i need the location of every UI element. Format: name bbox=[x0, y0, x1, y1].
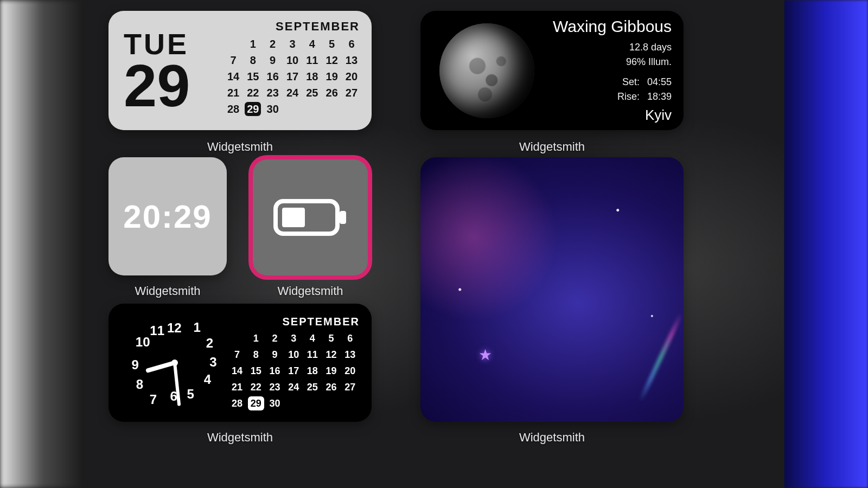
calendar-day-cell: 21 bbox=[229, 380, 245, 394]
calendar-day-cell: 17 bbox=[285, 364, 302, 378]
moon-rise-row: Rise: 18:39 bbox=[541, 89, 672, 104]
moon-city: Kyiv bbox=[541, 107, 672, 124]
widget-calendar-light[interactable]: TUE 29 SEPTEMBER 12345678910111213141516… bbox=[108, 11, 372, 130]
widget-label: Widgetsmith bbox=[108, 140, 372, 154]
widget-battery-selected-frame[interactable] bbox=[248, 155, 372, 280]
calendar-day-cell: 2 bbox=[266, 331, 283, 345]
calendar-day-cell: 4 bbox=[304, 331, 321, 345]
calendar-day-cell: 14 bbox=[229, 364, 245, 378]
calendar-day-cell: 28 bbox=[225, 102, 241, 116]
calendar-day-cell: 8 bbox=[245, 53, 261, 67]
calendar-day-cell: 5 bbox=[323, 331, 340, 345]
widget-time[interactable]: 20:29 bbox=[108, 157, 227, 275]
calendar-day-cell: 11 bbox=[304, 53, 320, 67]
widget-label: Widgetsmith bbox=[108, 431, 372, 445]
calendar-day-cell: 23 bbox=[266, 380, 283, 394]
calendar-day-cell: 26 bbox=[323, 380, 340, 394]
calendar-day-cell: 27 bbox=[343, 86, 360, 100]
calendar-day-cell: 16 bbox=[266, 364, 283, 378]
svg-rect-2 bbox=[282, 208, 305, 227]
calendar-day-cell: 3 bbox=[284, 37, 301, 51]
calendar-day-cell: 6 bbox=[342, 331, 358, 345]
calendar-day-cell: 7 bbox=[225, 53, 241, 67]
clock-hour-hand bbox=[145, 361, 175, 373]
calendar-day-cell: 26 bbox=[324, 86, 340, 100]
widget-label: Widgetsmith bbox=[108, 284, 227, 298]
calendar-day-cell: 13 bbox=[342, 348, 358, 362]
clock-numeral: 6 bbox=[170, 389, 177, 404]
calendar-day-cell: 30 bbox=[266, 396, 283, 410]
calendar-grid: 1234567891011121314151617181920212223242… bbox=[223, 37, 360, 116]
calendar-day-cell: 25 bbox=[304, 380, 321, 394]
calendar-day-cell: 23 bbox=[265, 86, 281, 100]
home-screen-stage: TUE 29 SEPTEMBER 12345678910111213141516… bbox=[84, 0, 784, 488]
clock-numeral: 4 bbox=[204, 372, 211, 387]
calendar-day-cell: 17 bbox=[284, 69, 301, 84]
calendar-day-cell: 21 bbox=[225, 86, 241, 100]
calendar-day-cell: 18 bbox=[304, 69, 320, 84]
calendar-day-cell: 19 bbox=[324, 69, 340, 84]
calendar-day-cell: 10 bbox=[284, 53, 301, 67]
clock-numeral: 10 bbox=[136, 335, 150, 350]
calendar-day-cell: 8 bbox=[248, 348, 264, 362]
clock-pivot bbox=[171, 359, 178, 366]
calendar-day-cell: 14 bbox=[225, 69, 241, 84]
moon-illum: 96% Illum. bbox=[541, 55, 672, 69]
moon-age: 12.8 days bbox=[541, 40, 672, 55]
calendar-grid-dark: 1234567891011121314151617181920212223242… bbox=[229, 331, 360, 410]
calendar-day-cell: 10 bbox=[285, 348, 302, 362]
calendar-day-cell: 15 bbox=[248, 364, 264, 378]
calendar-day-block: TUE 29 bbox=[124, 20, 223, 121]
calendar-day-cell: 1 bbox=[245, 37, 261, 51]
calendar-day-cell: 29 bbox=[245, 102, 261, 116]
moon-set-row: Set: 04:55 bbox=[541, 75, 672, 89]
calendar-day-cell: 12 bbox=[324, 53, 340, 67]
calendar-month-label-dark: SEPTEMBER bbox=[229, 316, 360, 328]
clock-numeral: 12 bbox=[167, 320, 182, 336]
calendar-day-of-month: 29 bbox=[124, 59, 223, 112]
calendar-day-cell: 22 bbox=[248, 380, 264, 394]
moon-set-label: Set: bbox=[622, 75, 640, 89]
calendar-day-cell: 30 bbox=[265, 102, 281, 116]
clock-numeral: 3 bbox=[209, 355, 216, 370]
calendar-day-cell: 2 bbox=[265, 37, 281, 51]
widget-moon-phase[interactable]: Waxing Gibbous 12.8 days 96% Illum. Set:… bbox=[420, 11, 684, 130]
widget-label: Widgetsmith bbox=[420, 431, 684, 445]
calendar-grid-block: SEPTEMBER 123456789101112131415161718192… bbox=[223, 20, 360, 121]
calendar-day-cell: 3 bbox=[285, 331, 302, 345]
calendar-day-cell: 9 bbox=[265, 53, 281, 67]
moon-icon bbox=[439, 23, 534, 118]
moon-image-container bbox=[432, 17, 541, 124]
calendar-day-cell: 15 bbox=[245, 69, 261, 84]
frame-blur-right bbox=[784, 0, 868, 488]
calendar-day-cell: 22 bbox=[245, 86, 261, 100]
calendar-day-cell: 20 bbox=[342, 364, 358, 378]
moon-phase-label: Waxing Gibbous bbox=[541, 17, 672, 36]
calendar-day-cell: 28 bbox=[229, 396, 245, 410]
widget-label: Widgetsmith bbox=[420, 140, 684, 154]
calendar-day-cell: 24 bbox=[285, 380, 302, 394]
svg-rect-1 bbox=[340, 211, 346, 224]
calendar-day-cell: 24 bbox=[284, 86, 301, 100]
clock-numeral: 7 bbox=[150, 392, 157, 407]
widget-photo-nebula[interactable] bbox=[420, 157, 684, 422]
calendar-day-cell: 12 bbox=[323, 348, 340, 362]
clock-numeral: 11 bbox=[150, 323, 164, 338]
calendar-grid-block-dark: SEPTEMBER 123456789101112131415161718192… bbox=[229, 316, 360, 410]
clock-numeral: 9 bbox=[131, 357, 138, 373]
widget-label: Widgetsmith bbox=[251, 284, 369, 298]
calendar-day-cell: 16 bbox=[265, 69, 281, 84]
widget-battery[interactable] bbox=[253, 159, 368, 275]
analog-clock-dial: 123456789101112 bbox=[120, 311, 229, 414]
calendar-day-cell: 29 bbox=[248, 396, 264, 410]
widget-analog-clock-calendar[interactable]: 123456789101112 SEPTEMBER 12345678910111… bbox=[108, 304, 372, 422]
calendar-day-cell: 18 bbox=[304, 364, 321, 378]
calendar-day-cell: 20 bbox=[343, 69, 360, 84]
clock-numeral: 1 bbox=[193, 320, 200, 335]
calendar-day-cell: 1 bbox=[248, 331, 264, 345]
moon-info: Waxing Gibbous 12.8 days 96% Illum. Set:… bbox=[541, 17, 672, 124]
battery-half-icon bbox=[272, 196, 348, 239]
calendar-day-cell: 5 bbox=[324, 37, 340, 51]
clock-numeral: 8 bbox=[136, 377, 143, 392]
moon-rise-time: 18:39 bbox=[647, 89, 672, 104]
